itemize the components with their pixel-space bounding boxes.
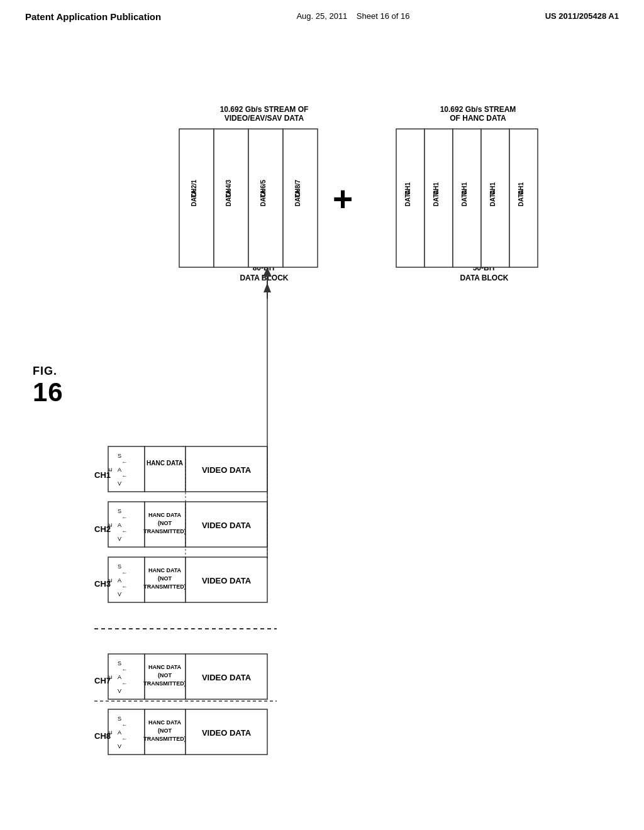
svg-text:TRANSMITTED): TRANSMITTED): [143, 528, 186, 534]
svg-text:←: ←: [122, 584, 128, 590]
svg-rect-50: [108, 502, 145, 547]
page-header: Patent Application Publication Aug. 25, …: [0, 0, 644, 22]
publication-title: Patent Application Publication: [25, 11, 161, 22]
svg-rect-38: [108, 446, 145, 492]
svg-text:DATA BLOCK: DATA BLOCK: [460, 274, 508, 282]
svg-text:←: ←: [122, 722, 128, 728]
svg-text:V: V: [118, 591, 121, 597]
svg-text:DATA: DATA: [461, 190, 468, 206]
svg-text:A: A: [118, 522, 121, 528]
svg-text:V: V: [118, 743, 121, 750]
svg-text:←: ←: [122, 736, 128, 742]
publication-number: US 2011/205428 A1: [545, 11, 619, 21]
svg-text:(NOT: (NOT: [158, 728, 172, 734]
svg-text:←: ←: [122, 570, 128, 576]
svg-text:TRANSMITTED): TRANSMITTED): [143, 736, 186, 742]
svg-text:HANC DATA: HANC DATA: [148, 512, 182, 518]
svg-text:S: S: [118, 508, 121, 514]
svg-text:DATA: DATA: [518, 190, 525, 206]
svg-text:DATA: DATA: [260, 190, 267, 206]
svg-text:A: A: [118, 577, 121, 584]
svg-text:TRANSMITTED): TRANSMITTED): [143, 584, 186, 590]
svg-rect-64: [108, 557, 145, 602]
svg-text:VIDEO/EAV/SAV DATA: VIDEO/EAV/SAV DATA: [225, 114, 304, 123]
svg-text:(NOT: (NOT: [158, 520, 172, 526]
svg-text:VIDEO DATA: VIDEO DATA: [202, 728, 252, 738]
figure-label: FIG. 16: [33, 365, 64, 406]
svg-rect-45: [145, 446, 186, 492]
svg-marker-109: [264, 283, 271, 292]
svg-text:VIDEO DATA: VIDEO DATA: [202, 576, 252, 585]
svg-text:+: +: [333, 179, 353, 218]
svg-text:S: S: [118, 660, 121, 667]
svg-text:V: V: [118, 536, 121, 542]
svg-text:VIDEO DATA: VIDEO DATA: [202, 673, 252, 682]
publication-date: Aug. 25, 2011: [296, 11, 347, 21]
svg-text:S: S: [118, 716, 121, 722]
svg-text:HANC DATA: HANC DATA: [148, 719, 182, 726]
svg-text:←: ←: [122, 473, 128, 479]
svg-text:←: ←: [122, 459, 128, 465]
svg-text:←: ←: [122, 667, 128, 673]
sheet-info: Sheet 16 of 16: [357, 11, 410, 21]
svg-text:10.692 Gb/s STREAM OF: 10.692 Gb/s STREAM OF: [220, 105, 309, 114]
svg-text:A: A: [118, 674, 121, 680]
svg-text:DATA: DATA: [294, 190, 301, 206]
svg-text:V: V: [118, 688, 121, 694]
svg-text:CH3: CH3: [94, 579, 111, 589]
svg-text:OF HANC DATA: OF HANC DATA: [450, 114, 506, 123]
svg-rect-79: [108, 654, 145, 699]
svg-text:DATA: DATA: [489, 190, 496, 206]
svg-text:TRANSMITTED): TRANSMITTED): [143, 680, 186, 687]
svg-text:10.692 Gb/s STREAM: 10.692 Gb/s STREAM: [440, 105, 516, 114]
svg-text:(NOT: (NOT: [158, 575, 172, 582]
publication-date-sheet: Aug. 25, 2011 Sheet 16 of 16: [296, 11, 409, 21]
svg-text:VIDEO DATA: VIDEO DATA: [202, 521, 252, 530]
svg-text:DATA: DATA: [404, 190, 411, 206]
svg-text:V: V: [118, 480, 121, 487]
svg-text:HANC DATA: HANC DATA: [147, 460, 183, 467]
svg-text:←: ←: [122, 514, 128, 521]
svg-text:DATA: DATA: [433, 190, 440, 206]
svg-rect-93: [108, 709, 145, 755]
svg-text:S: S: [118, 563, 121, 570]
svg-text:CH2: CH2: [94, 524, 111, 534]
svg-text:(NOT: (NOT: [158, 672, 172, 678]
svg-text:HANC DATA: HANC DATA: [148, 664, 182, 670]
svg-text:S: S: [118, 453, 121, 459]
svg-text:CH7: CH7: [94, 676, 111, 685]
svg-text:HANC DATA: HANC DATA: [148, 567, 182, 573]
svg-text:DATA: DATA: [191, 190, 197, 206]
svg-text:A: A: [118, 729, 121, 736]
svg-text:VIDEO DATA: VIDEO DATA: [202, 465, 252, 475]
svg-text:DATA: DATA: [225, 190, 232, 206]
svg-text:A: A: [118, 467, 121, 473]
svg-text:CH8: CH8: [94, 731, 111, 741]
svg-text:←: ←: [122, 680, 128, 687]
svg-text:←: ←: [122, 528, 128, 534]
svg-text:CH1: CH1: [94, 470, 111, 480]
main-diagram: 10.692 Gb/s STREAM OF VIDEO/EAV/SAV DATA…: [82, 88, 623, 799]
